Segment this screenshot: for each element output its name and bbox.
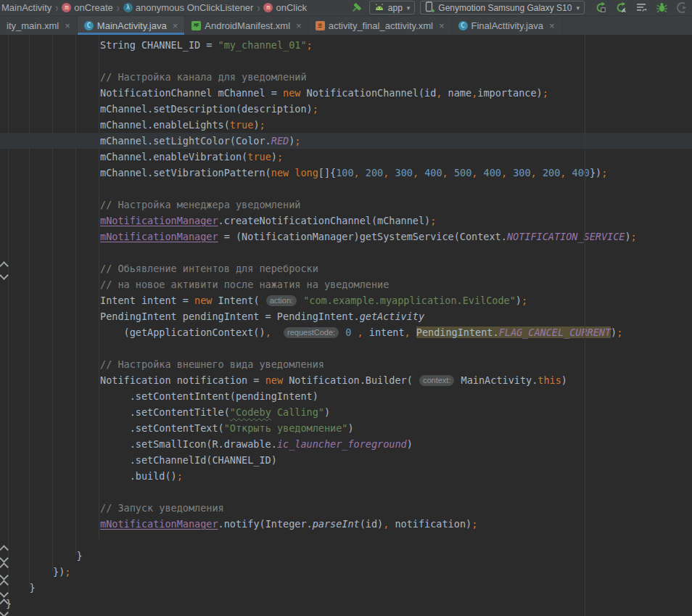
editor-tabs: ity_main.xml×CMainActivity.java×MFAndroi… [0,16,692,35]
tab-MainActivity.java[interactable]: CMainActivity.java× [78,16,185,35]
chevron-down-icon: ▾ [407,4,411,12]
tab-FinalActtivity.java[interactable]: CFinalActtivity.java× [452,16,562,35]
code-line: } [0,596,692,612]
device-label: Genymotion Samsung Galaxy S10 [438,3,572,13]
rerun-icon[interactable] [593,1,608,15]
code-line: Notification notification = new Notifica… [0,372,692,388]
code-line: mChannel.enableLights(true); [0,117,692,133]
tab-label: ity_main.xml [7,20,59,31]
android-icon [374,3,384,13]
method-icon: m [62,3,71,12]
run-config-select[interactable]: app ▾ [369,1,416,15]
tab-ity_main.xml[interactable]: ity_main.xml× [0,16,78,35]
toolbar: app ▾ Genymotion Samsung Galaxy S10 ▾ [350,1,689,15]
java-class-icon: C [458,21,468,30]
tab-label: AndroidManifest.xml [205,20,290,31]
code-editor[interactable]: String CHANNEL_ID = "my_channel_01"; // … [0,35,692,616]
chevron-down-icon: ▾ [576,4,580,12]
code-line: mChannel.setVibrationPattern(new long[]{… [0,165,692,181]
manifest-icon: MF [191,21,201,30]
profile-icon[interactable] [675,1,689,15]
code-line: .setChannelId(CHANNEL_ID) [0,452,692,468]
close-tab-icon[interactable]: × [296,21,302,30]
code-line: // Настройка внешнего вида уведомления [0,356,692,372]
code-line: Intent intent = new Intent( action: "com… [0,292,692,308]
right-margin-guide [585,35,585,616]
apply-code-changes-icon[interactable]: A [614,1,628,15]
breadcrumb-label: onCreate [74,2,112,13]
hammer-icon[interactable] [350,1,364,15]
code-line: mChannel.enableVibration(true); [0,149,692,165]
code-line: // на новое активити после нажатия на ув… [0,276,692,292]
close-tab-icon[interactable]: × [549,21,555,30]
run-config-label: app [388,3,403,13]
code-line: } [0,580,692,596]
breadcrumb-separator: › [54,2,59,13]
code-line: mNotificationManager = (NotificationMana… [0,229,692,245]
breadcrumb-label: MainActivity [1,2,52,13]
code-line [0,340,692,356]
code-line [0,484,692,500]
tab-AndroidManifest.xml[interactable]: MFAndroidManifest.xml× [185,16,308,35]
breadcrumb-separator: › [256,2,260,13]
navigation-bar: MainActivity›monCreate›λanonymous OnClic… [0,0,692,16]
code-line: // Запуск уведомления [0,500,692,516]
breadcrumb-item[interactable]: MainActivity [1,2,52,13]
debug-icon[interactable] [654,1,669,15]
code-line: .setContentTitle("Codeby Calling") [0,404,692,420]
code-line: // Настройка канала для уведомлений [0,69,692,85]
breadcrumb: MainActivity›monCreate›λanonymous OnClic… [1,2,350,13]
close-tab-icon[interactable]: × [439,21,445,30]
code-line: mChannel.setDescription(description); [0,101,692,117]
breadcrumb-item[interactable]: monClick [263,2,307,13]
code-line: mNotificationManager.createNotificationC… [0,213,692,229]
code-line: } [0,548,692,564]
code-line: // Обьявление интентов для переброски [0,260,692,276]
tab-label: MainActivity.java [97,20,167,31]
method-icon: m [263,3,273,12]
close-tab-icon[interactable]: × [173,21,178,30]
code-line [0,245,692,260]
code-line: mChannel.setLightColor(Color.RED); [0,133,692,149]
device-select[interactable]: Genymotion Samsung Galaxy S10 ▾ [420,1,585,15]
code-line [0,532,692,548]
code-line: }); [0,564,692,580]
code-line: NotificationChannel mChannel = new Notif… [0,85,692,101]
java-class-icon: C [84,21,94,30]
code-line: .setSmallIcon(R.drawable.ic_launcher_for… [0,436,692,452]
code-line: .build(); [0,468,692,484]
code-line: PendingIntent pendingIntent = PendingInt… [0,308,692,324]
code-content: String CHANNEL_ID = "my_channel_01"; // … [0,35,692,612]
code-line: .setContentText("Открыть уведомление") [0,420,692,436]
phone-icon [425,1,434,15]
xml-layout-icon: ≡ [316,21,325,30]
code-line [0,53,692,69]
code-line: String CHANNEL_ID = "my_channel_01"; [0,37,692,53]
breadcrumb-separator: › [116,2,120,13]
code-line: .setContentIntent(pendingIntent) [0,388,692,404]
tab-activity_final_acttivity.xml[interactable]: ≡activity_final_acttivity.xml× [309,16,452,35]
tab-label: activity_final_acttivity.xml [329,20,433,31]
code-line: mNotificationManager.notify(Integer.pars… [0,516,692,532]
close-tab-icon[interactable]: × [65,21,70,30]
changes-list-icon[interactable] [634,1,648,15]
breadcrumb-label: onClick [276,2,307,13]
code-line: // Настройка менеджера уведомлений [0,197,692,213]
breadcrumb-item[interactable]: monCreate [62,2,112,13]
anonymous-class-icon: λ [123,3,133,12]
breadcrumb-label: anonymous OnClickListener [136,2,254,13]
code-line: (getApplicationContext(), requestCode: 0… [0,324,692,340]
code-line [0,181,692,197]
breadcrumb-item[interactable]: λanonymous OnClickListener [123,2,254,13]
svg-text:A: A [622,7,626,14]
tab-label: FinalActtivity.java [471,20,543,31]
